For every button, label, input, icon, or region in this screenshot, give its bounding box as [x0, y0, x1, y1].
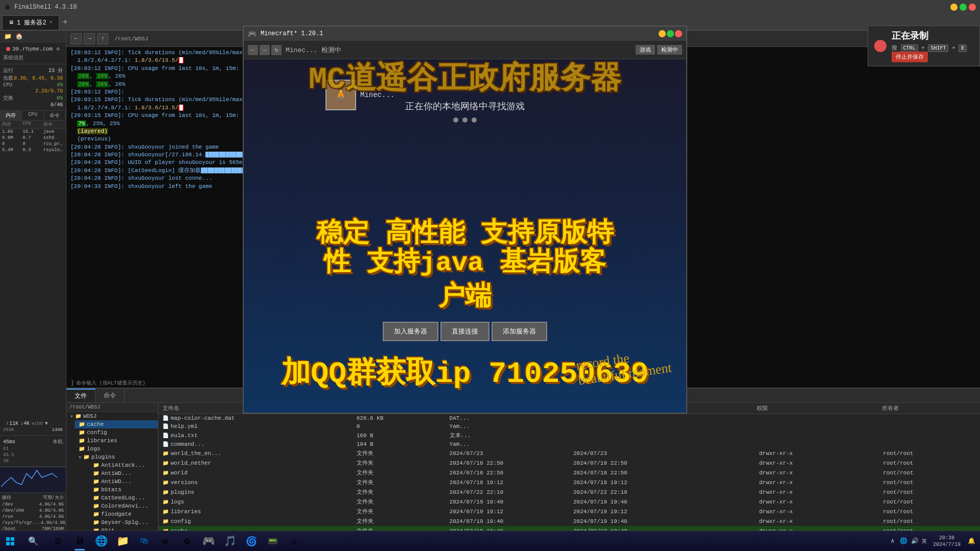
- tree-item-floodgate[interactable]: 📁 floodgate: [89, 510, 158, 518]
- tree-folder-icon: 📁: [83, 454, 89, 460]
- join-server-button[interactable]: 加入服务器: [383, 322, 438, 341]
- tray-volume-icon[interactable]: 🔊: [911, 537, 920, 546]
- file-row[interactable]: 📁 world_the_en... 文件夹 2024/07/23 2024/07…: [158, 448, 980, 458]
- tree-item-coloredanvil[interactable]: 📁 ColoredAnvi...: [89, 502, 158, 510]
- taskbar-app-cmd[interactable]: 📟: [263, 531, 283, 552]
- start-button[interactable]: [0, 531, 20, 552]
- disk-usage-2: 4.9G/4.9G: [39, 514, 64, 519]
- file-date: 2024/07/22 22:19: [573, 489, 759, 495]
- tab-close-icon[interactable]: ×: [50, 20, 53, 26]
- tree-folder-icon: 📁: [93, 495, 99, 501]
- file-row[interactable]: 📄 help.yml 0 Yam...: [158, 422, 980, 430]
- file-row[interactable]: 📁 plugins 文件夹 2024/07/22 22:19 2024/07/2…: [158, 487, 980, 497]
- taskbar-app-mail[interactable]: ✉: [155, 531, 176, 552]
- tab-server2[interactable]: 🖥 1 服务器2 ×: [2, 15, 59, 30]
- tray-chevron-icon[interactable]: ∧: [888, 537, 897, 546]
- cpu-label: CPU: [3, 82, 12, 88]
- file-row[interactable]: 📁 world 文件夹 2024/07/18 22:50 2024/07/18 …: [158, 468, 980, 477]
- mc-games-tab[interactable]: 游戏: [636, 45, 655, 55]
- taskbar-app-taskview[interactable]: ⊡: [48, 531, 68, 552]
- taskbar-search-button[interactable]: 🔍: [20, 532, 46, 550]
- tree-item-antiattack[interactable]: 📁 AntiAttack...: [89, 461, 158, 469]
- stats-panel: 📁 🏠 30.rhyme.com ⚙ 系统信息 运行 23 分: [0, 31, 66, 551]
- mc-close-button[interactable]: [675, 30, 682, 37]
- home-nav-icon[interactable]: 🏠: [14, 32, 24, 41]
- tray-network-icon[interactable]: 🌐: [899, 537, 908, 546]
- taskbar-app-minecraft[interactable]: 🎮: [198, 531, 219, 552]
- taskbar-app-chrome[interactable]: 🌀: [241, 531, 262, 552]
- file-row[interactable]: 📁 config 文件夹 2024/07/19 19:40 2024/07/19…: [158, 516, 980, 526]
- file-row[interactable]: 📁 versions 文件夹 2024/07/18 19:12 2024/07/…: [158, 477, 980, 487]
- file-row[interactable]: 📁 logs 文件夹 2024/07/19 19:40 2024/07/19 1…: [158, 497, 980, 507]
- add-server-button[interactable]: 添加服务器: [492, 322, 547, 341]
- mc-nav-forward-icon[interactable]: →: [260, 45, 270, 55]
- tree-folder-icon: 📁: [93, 478, 99, 485]
- nav-system-info[interactable]: 系统信息: [3, 54, 63, 61]
- file-name: world: [171, 470, 357, 476]
- direct-connect-button[interactable]: 直接连接: [440, 322, 489, 341]
- maximize-button[interactable]: [960, 4, 967, 11]
- mc-nav-refresh-icon[interactable]: ↻: [271, 45, 282, 55]
- file-row[interactable]: 📄 command... 194 B Yam...: [158, 440, 980, 448]
- taskbar-app-settings[interactable]: ⚙: [177, 531, 197, 552]
- file-row[interactable]: 📄 map-color-cache.dat 626.6 KB DAT...: [158, 414, 980, 422]
- file-perms: drwxr-xr-x: [759, 518, 883, 524]
- cmd-tab[interactable]: 命令: [44, 111, 66, 120]
- tree-item-cache[interactable]: 📁 cache: [75, 420, 158, 428]
- toolbar-forward-button[interactable]: →: [84, 33, 95, 44]
- toolbar-up-button[interactable]: ↑: [97, 33, 108, 44]
- file-type: 2024/07/18 22:50: [450, 460, 573, 466]
- tree-item-libraries[interactable]: 📁 libraries: [75, 437, 158, 445]
- tree-item-geyser[interactable]: 📁 Geyser-Splg...: [89, 518, 158, 526]
- new-tab-button[interactable]: +: [59, 16, 72, 29]
- host-settings-icon[interactable]: ⚙: [57, 46, 60, 52]
- taskbar-app-explorer[interactable]: 📁: [112, 531, 133, 552]
- mc-window-controls: [659, 30, 682, 37]
- mc-minimize-button[interactable]: [659, 30, 666, 37]
- tree-item-logs[interactable]: 📁 logs: [75, 445, 158, 453]
- tree-item-plugins[interactable]: ▼ 📁 plugins: [75, 453, 158, 461]
- net-dropdown-icon[interactable]: ▼: [45, 421, 48, 426]
- mc-maximize-button[interactable]: [667, 30, 674, 37]
- tree-item-catseedlog[interactable]: 📁 CatSeedLog...: [89, 494, 158, 502]
- file-row[interactable]: 📁 world_nether 文件夹 2024/07/18 22:50 2024…: [158, 458, 980, 468]
- stop-recording-button[interactable]: 停止并保存: [892, 52, 928, 62]
- taskbar-app-media[interactable]: 🎵: [220, 531, 240, 552]
- tree-item-bstats[interactable]: 📁 bStats: [89, 486, 158, 494]
- tree-item-antiwd2[interactable]: 📁 AntiWD...: [89, 477, 158, 486]
- mem-tab[interactable]: 内存: [0, 111, 22, 120]
- ram-value: 146K: [52, 427, 63, 433]
- latency-num2: 45.5: [3, 452, 63, 458]
- tree-item-label: plugins: [91, 454, 115, 460]
- taskbar-clock[interactable]: 20:38 2024/7/19: [929, 535, 965, 548]
- tray-notifications-icon[interactable]: 🔔: [967, 537, 976, 546]
- file-tab[interactable]: 文件: [66, 389, 96, 402]
- minimize-button[interactable]: [950, 4, 958, 11]
- proc-mem-0: 1.8G: [2, 129, 22, 134]
- tray-lang-label[interactable]: 英: [922, 538, 927, 545]
- cpu-tab[interactable]: CPU: [22, 111, 44, 120]
- taskbar-app-store[interactable]: 🛍: [134, 531, 154, 552]
- toolbar-back-button[interactable]: ←: [71, 33, 82, 44]
- file-row[interactable]: 📁 libraries 文件夹 2024/07/19 19:12 2024/07…: [158, 507, 980, 516]
- taskbar: 🔍 ⊡ 🖥 🌐 📁 🛍 ✉ ⚙ 🎮 🎵 🌀 📟 ☕ ∧ 🌐 🔊 英 20:38 …: [0, 531, 980, 551]
- folder-type-icon: 📁: [162, 509, 169, 515]
- ram-label: 293K: [3, 427, 14, 433]
- mc-settings-tab[interactable]: 检测中: [657, 45, 682, 55]
- taskbar-app-finalshell[interactable]: 🖥: [69, 531, 90, 552]
- folder-nav-icon[interactable]: 📁: [3, 32, 12, 41]
- file-row[interactable]: 📄 eula.txt 160 B 文本...: [158, 430, 980, 440]
- disk-usage-1: 4.9G/4.9G: [39, 508, 64, 513]
- mc-nav-back-icon[interactable]: ←: [248, 45, 258, 55]
- mc-menu-tabs: 游戏 检测中: [636, 45, 682, 55]
- file-size: 文件夹: [357, 469, 450, 476]
- tree-item-antiwd1[interactable]: 📁 AntiWD...: [89, 469, 158, 477]
- taskbar-app-java[interactable]: ☕: [284, 531, 305, 552]
- command-tab[interactable]: 命令: [96, 389, 125, 402]
- tree-root[interactable]: ▼ 📁 WDSJ: [66, 412, 158, 420]
- close-button[interactable]: [969, 4, 976, 11]
- taskbar-app-edge[interactable]: 🌐: [91, 531, 111, 552]
- tree-item-label: AntiWD...: [101, 470, 131, 476]
- tree-item-config[interactable]: 📁 config: [75, 428, 158, 437]
- load-value: 0.30, 0.45, 0.38: [14, 76, 63, 81]
